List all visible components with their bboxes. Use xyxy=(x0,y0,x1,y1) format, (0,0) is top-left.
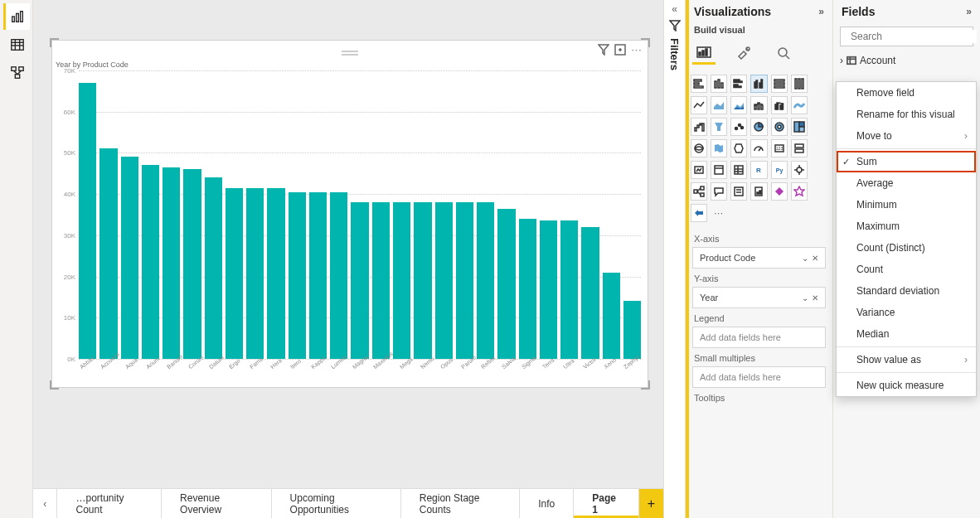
viz-pie[interactable] xyxy=(750,118,767,136)
filter-icon[interactable] xyxy=(598,44,609,56)
bar[interactable] xyxy=(289,192,306,359)
add-page-button[interactable]: + xyxy=(639,489,663,518)
viz-decomp-tree[interactable] xyxy=(691,182,707,201)
menu-new-quick-measure[interactable]: New quick measure xyxy=(837,375,976,396)
bar[interactable] xyxy=(309,192,327,359)
remove-field-icon[interactable]: ✕ xyxy=(812,293,818,303)
menu-remove-field[interactable]: Remove field xyxy=(837,82,976,104)
small-multiples-field-well[interactable]: Add data fields here xyxy=(692,366,826,388)
build-visual-tab[interactable] xyxy=(692,41,716,65)
x-axis-field-well[interactable]: Product Code ⌄✕ xyxy=(692,247,826,269)
bar[interactable] xyxy=(183,169,201,359)
viz-slicer[interactable] xyxy=(711,161,727,179)
viz-get-more[interactable] xyxy=(791,182,808,201)
bar[interactable] xyxy=(163,167,180,359)
viz-paginated[interactable] xyxy=(750,182,767,201)
fields-search-input[interactable] xyxy=(849,30,977,43)
bar[interactable] xyxy=(267,188,284,359)
bar[interactable] xyxy=(456,202,473,359)
bar[interactable] xyxy=(540,220,557,359)
viz-100-column[interactable] xyxy=(791,75,808,93)
viz-scatter[interactable] xyxy=(730,118,747,136)
viz-clustered-column[interactable] xyxy=(750,75,767,93)
format-visual-tab[interactable] xyxy=(732,41,755,65)
viz-waterfall[interactable] xyxy=(691,118,707,136)
bar[interactable] xyxy=(435,202,453,359)
viz-key-influencers[interactable] xyxy=(791,161,808,179)
viz-stacked-area[interactable] xyxy=(730,96,747,114)
model-view-button[interactable] xyxy=(3,60,30,86)
menu-maximum[interactable]: Maximum xyxy=(837,215,976,237)
menu-stddev[interactable]: Standard deviation xyxy=(837,280,976,302)
bar[interactable] xyxy=(142,165,159,359)
bar[interactable] xyxy=(581,227,599,359)
viz-stacked-bar[interactable] xyxy=(691,75,707,93)
bar[interactable] xyxy=(372,202,390,359)
resize-handle-tl[interactable] xyxy=(49,37,61,49)
menu-count-distinct[interactable]: Count (Distinct) xyxy=(837,237,976,259)
collapse-fields-pane-icon[interactable]: » xyxy=(966,6,972,17)
viz-python[interactable]: Py xyxy=(771,161,788,179)
viz-table[interactable] xyxy=(730,161,747,179)
page-tab[interactable]: Region Stage Counts xyxy=(401,489,520,518)
expand-filters-icon[interactable]: « xyxy=(672,3,677,15)
bar[interactable] xyxy=(393,202,410,359)
viz-qa[interactable] xyxy=(711,182,727,201)
viz-azure-map[interactable] xyxy=(730,139,747,157)
viz-line-stacked-column[interactable] xyxy=(750,96,767,114)
viz-more-visuals[interactable] xyxy=(691,204,707,222)
viz-filled-map[interactable] xyxy=(711,139,727,157)
page-tab[interactable]: Upcoming Opportunities xyxy=(272,489,401,518)
bar[interactable] xyxy=(121,157,138,359)
remove-field-icon[interactable]: ✕ xyxy=(812,254,818,263)
tab-nav-prev[interactable]: ‹ xyxy=(33,489,57,518)
data-view-button[interactable] xyxy=(3,31,30,58)
viz-multi-row-card[interactable] xyxy=(791,139,808,157)
viz-funnel[interactable] xyxy=(711,118,727,136)
viz-gauge[interactable] xyxy=(750,139,767,157)
page-tab[interactable]: Revenue Overview xyxy=(162,489,272,518)
visual-drag-handle[interactable] xyxy=(342,47,358,54)
viz-treemap[interactable] xyxy=(791,118,808,136)
menu-move-to[interactable]: Move to xyxy=(837,125,976,147)
menu-count[interactable]: Count xyxy=(837,259,976,280)
bar[interactable] xyxy=(226,188,243,359)
bar[interactable] xyxy=(330,192,347,359)
bar[interactable] xyxy=(351,202,368,359)
viz-powerapps[interactable] xyxy=(771,182,788,201)
page-tab[interactable]: Info xyxy=(520,489,574,518)
bar[interactable] xyxy=(79,83,96,359)
menu-sum[interactable]: Sum xyxy=(837,151,976,172)
viz-card[interactable]: 123 xyxy=(771,139,788,157)
fields-search-box[interactable] xyxy=(840,27,973,46)
viz-ellipsis[interactable]: ··· xyxy=(711,204,727,222)
bar[interactable] xyxy=(623,301,641,359)
more-options-icon[interactable]: ··· xyxy=(631,44,643,56)
report-view-button[interactable] xyxy=(3,3,30,30)
focus-mode-icon[interactable] xyxy=(614,44,626,56)
viz-line[interactable] xyxy=(691,96,707,114)
bar[interactable] xyxy=(414,202,431,359)
bar-chart-visual[interactable]: ··· Year by Product Code 0K10K20K30K40K5… xyxy=(51,40,648,388)
bar[interactable] xyxy=(560,220,578,359)
viz-matrix[interactable]: R xyxy=(750,161,767,179)
viz-smart-narrative[interactable] xyxy=(730,182,747,201)
viz-stacked-column[interactable] xyxy=(711,75,727,93)
viz-area[interactable] xyxy=(711,96,727,114)
bar[interactable] xyxy=(99,148,117,359)
filters-pane-collapsed[interactable]: « Filters xyxy=(663,0,685,518)
bar[interactable] xyxy=(497,209,515,359)
y-axis-field-well[interactable]: Year ⌄✕ xyxy=(692,287,826,308)
menu-median[interactable]: Median xyxy=(837,323,976,345)
viz-line-clustered-column[interactable] xyxy=(771,96,788,114)
bar[interactable] xyxy=(519,219,536,359)
page-tab[interactable]: …portunity Count xyxy=(57,489,162,518)
resize-handle-br[interactable] xyxy=(639,379,651,390)
viz-map[interactable] xyxy=(691,139,707,157)
viz-ribbon[interactable] xyxy=(791,96,808,114)
chevron-down-icon[interactable]: ⌄ xyxy=(802,293,808,303)
collapse-viz-pane-icon[interactable]: » xyxy=(818,6,824,17)
bar[interactable] xyxy=(603,273,620,359)
analytics-tab[interactable] xyxy=(772,41,795,65)
legend-field-well[interactable]: Add data fields here xyxy=(692,327,826,348)
